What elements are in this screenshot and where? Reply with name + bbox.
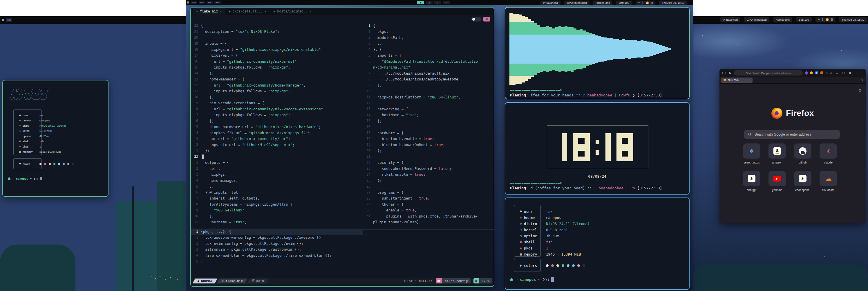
tab-list-chevron-icon[interactable]: ∨ bbox=[861, 79, 863, 82]
launcher-grid-icon[interactable]: ▦ bbox=[187, 1, 189, 4]
extension-icon-purple[interactable] bbox=[804, 71, 808, 75]
neovim-editor-window[interactable]: ❄ flake.nix ✕ ❄ pkgs/default... ✕ ❄ host… bbox=[190, 7, 494, 287]
pane-toggle-switch[interactable] bbox=[471, 17, 481, 22]
vertical-split[interactable] bbox=[363, 15, 363, 278]
youtube-icon: ▶ bbox=[773, 176, 781, 181]
ping-module[interactable]: Home: 6ms bbox=[773, 17, 793, 22]
workspace-3[interactable]: 3 bbox=[434, 1, 441, 4]
app-icon[interactable]: $W bbox=[191, 1, 197, 4]
battery-module[interactable]: Bat: 100 bbox=[796, 17, 811, 22]
tray-icon-firefox[interactable] bbox=[646, 1, 649, 4]
uptime-icon: ◔ bbox=[18, 135, 23, 137]
buffer-hosts-isoimage-nix[interactable]: 1{1 pkgs,2 modulesPath,3 ...4}: {5 impor… bbox=[363, 23, 495, 226]
clock-module[interactable]: Thu Aug 08, 18:39 bbox=[839, 17, 867, 22]
tray-icon-plant[interactable]: ♣ bbox=[638, 1, 640, 4]
shell-icon: ▣ bbox=[518, 240, 524, 244]
tray-icon-firefox[interactable] bbox=[826, 18, 829, 21]
power-profile-module[interactable]: P: Balanced bbox=[540, 1, 560, 5]
ping-module[interactable]: Home: 8ms bbox=[593, 1, 613, 5]
code-line: 23 sudo.wheelNeedsPassword = false; bbox=[363, 166, 495, 172]
code-line: 28 ssh.startAgent = true; bbox=[363, 196, 495, 202]
reload-icon[interactable]: ↻ bbox=[729, 71, 731, 75]
terminal-cava-visualizer[interactable]: ======================> Playing: ffee fo… bbox=[505, 7, 690, 99]
tab-close-icon[interactable]: ✕ bbox=[220, 10, 222, 13]
back-icon[interactable]: ‹ bbox=[722, 71, 723, 75]
app-icon[interactable]: $W bbox=[214, 1, 221, 4]
minimize-button[interactable]: – bbox=[836, 71, 838, 75]
shortcut-github[interactable]: github bbox=[794, 143, 811, 164]
code-line: 2 tux-nvim-config = pkgs.callPackage ./n… bbox=[191, 240, 363, 246]
horizontal-split[interactable] bbox=[191, 227, 363, 227]
kernel-icon: ▢ bbox=[18, 129, 23, 132]
shell-prompt[interactable]: → canopus ~ ❯❯❯ bbox=[510, 277, 554, 282]
shortcut-tiles: ❄search.nixosaamazongithub✳claude✻chatgp… bbox=[743, 143, 843, 192]
gpu-module[interactable]: GPU: Integrated bbox=[564, 1, 589, 5]
url-bar[interactable]: Search with Google or enter address bbox=[734, 70, 803, 76]
code-line: 8 forAllSystems = nixpkgs.lib.genAttrs [ bbox=[191, 201, 363, 207]
tab-close-icon[interactable]: ✕ bbox=[265, 10, 266, 13]
close-button[interactable]: ✕ bbox=[849, 71, 851, 75]
extension-icon-tampermonkey[interactable] bbox=[820, 71, 823, 74]
gpu-module[interactable]: GPU: Integrated bbox=[744, 17, 769, 22]
tray-icon-bluetooth[interactable]: ᛒ bbox=[822, 18, 823, 21]
settings-gear-icon[interactable]: ⚙ bbox=[858, 88, 862, 93]
shortcut-search.nixos[interactable]: ❄search.nixos bbox=[743, 143, 761, 164]
workspace-1[interactable]: 1 bbox=[417, 1, 424, 4]
shortcut-youtube[interactable]: ▶youtube bbox=[769, 171, 786, 192]
tray-icon-plant[interactable]: ♣ bbox=[818, 18, 820, 21]
code-line: 14 hostName = "iso"; bbox=[363, 112, 495, 118]
app-icon[interactable]: $W bbox=[207, 1, 213, 4]
tab-pkgs-default[interactable]: ❄ pkgs/default... ✕ bbox=[225, 7, 270, 15]
code-line: 23 bbox=[191, 154, 363, 160]
shell-prompt[interactable]: → canopus ~ ❯❯❯ bbox=[7, 177, 42, 180]
horizontal-split[interactable] bbox=[363, 229, 495, 230]
workspace-2[interactable]: 2 bbox=[426, 1, 433, 4]
clock-module[interactable]: Thu Aug 08, 18:18 bbox=[659, 1, 687, 5]
extension-icon-bitwarden[interactable]: ◆ bbox=[815, 71, 818, 74]
terminal-fetch-main[interactable]: ☻usertux≡hnamecanopus❄distroNixOS 24.11 … bbox=[505, 198, 690, 290]
new-tab-button[interactable]: + bbox=[755, 78, 757, 82]
code-line: 11 username = "tux"; bbox=[191, 219, 363, 225]
terminal-fetch-left[interactable]: _ ___ ____ ____ / |/ (_)_ __/ __ \/ __/ … bbox=[2, 80, 108, 197]
pkgs-icon: ◈ bbox=[518, 246, 524, 250]
tab-hosts-isoimage[interactable]: ❄ hosts/isoImag.. ✕ bbox=[270, 7, 314, 15]
fetch-row-pkgs: ◈pkgs1 bbox=[18, 144, 41, 149]
tab-new-tab[interactable]: New Tab bbox=[721, 78, 752, 83]
shell-icon: ▣ bbox=[18, 140, 23, 143]
shortcut-amazon[interactable]: aamazon bbox=[769, 143, 786, 164]
code-line: 21 bbox=[363, 154, 495, 160]
launcher-grid-icon[interactable]: ▦ bbox=[2, 19, 4, 22]
shortcut-claude[interactable]: ✳claude bbox=[819, 143, 837, 164]
shortcut-chatgpt[interactable]: ✻chatgpt bbox=[743, 171, 761, 192]
app-icon[interactable]: $W bbox=[199, 1, 205, 4]
firefox-window[interactable]: ‹ › ↻ Search with Google or enter addres… bbox=[719, 69, 866, 223]
code-line: 13 networking = { bbox=[363, 106, 495, 112]
code-line: 20 }; bbox=[363, 148, 495, 154]
fetch-row-memory: ▦memory2185 | 15394 MiB bbox=[18, 149, 61, 154]
code-line: 10 bbox=[363, 88, 495, 94]
nixos-ascii-logo: _ ___ ____ ____ / |/ (_)_ __/ __ \/ __/ … bbox=[9, 85, 49, 100]
maximize-button[interactable]: ▢ bbox=[842, 71, 844, 75]
buffer-flake-nix[interactable]: 22{21 description = "tux's NixOS Flake";… bbox=[191, 23, 363, 226]
terminal-tty-clock[interactable]: 08/08/24 ======================> Playing… bbox=[505, 102, 690, 195]
home-icon[interactable]: ⌂ bbox=[826, 71, 828, 75]
shortcut-chat.openai[interactable]: ✻chat.openai bbox=[794, 171, 811, 192]
search-input[interactable]: Search with Google or enter address bbox=[744, 130, 840, 139]
tray-icon-phone[interactable]: ▯ bbox=[831, 18, 833, 21]
code-line: 18 bluetooth.enable = true; bbox=[363, 136, 495, 142]
menu-icon[interactable]: ≡ bbox=[830, 71, 832, 75]
tray-icon-phone[interactable]: ▯ bbox=[651, 1, 653, 4]
shortcut-cloudflare[interactable]: ☁cloudflare bbox=[819, 171, 837, 192]
extension-icon-orange[interactable] bbox=[810, 71, 813, 74]
tab-close-icon[interactable]: ✕ bbox=[309, 10, 311, 13]
tray-icon-bluetooth[interactable]: ᛒ bbox=[642, 1, 644, 4]
power-profile-module[interactable]: P: Balanced bbox=[720, 17, 740, 22]
tab-flake-nix[interactable]: ❄ flake.nix ✕ bbox=[193, 7, 225, 15]
buffer-pkgs-default-nix[interactable]: 1{pkgs, ...}: {1 tux-awesome-wm-config =… bbox=[191, 229, 363, 266]
battery-module[interactable]: Bat: 100 bbox=[616, 1, 631, 5]
forward-icon[interactable]: › bbox=[725, 71, 726, 75]
workspace-4[interactable]: 4 bbox=[443, 1, 450, 4]
app-icon[interactable]: $W bbox=[6, 18, 12, 22]
terminal-cursor bbox=[551, 277, 554, 282]
pane-close-button[interactable]: ✕ bbox=[483, 17, 490, 22]
